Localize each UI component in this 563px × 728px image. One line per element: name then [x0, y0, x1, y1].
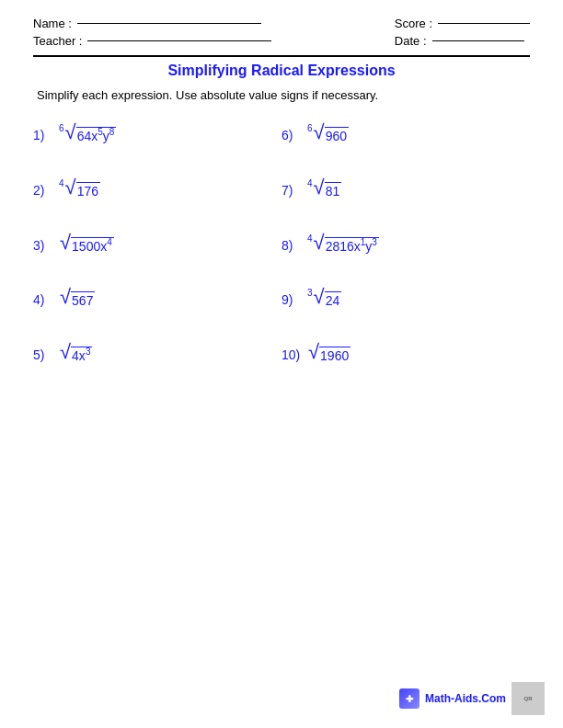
header-left: Name : Teacher : — [33, 17, 271, 48]
radical-5-sign: √ — [60, 344, 71, 361]
header-divider — [33, 55, 530, 57]
radical-6: 6 √ 960 — [307, 124, 349, 144]
logo-text: Math-Aids.Com — [425, 692, 506, 705]
problem-8-number: 8) — [282, 234, 307, 253]
problem-9: 9) 3 √ 24 — [282, 279, 530, 335]
radical-3: √ 1500x4 — [59, 234, 114, 255]
header-right: Score : Date : — [395, 17, 530, 48]
problem-4-number: 4) — [33, 289, 59, 307]
problem-7: 7) 4 √ 81 — [282, 170, 530, 225]
problem-7-number: 7) — [282, 179, 307, 198]
radical-10-content: 1960 — [319, 347, 350, 364]
name-field: Name : — [33, 17, 271, 30]
teacher-field: Teacher : — [33, 34, 271, 48]
problem-2-expression: 4 √ 176 — [59, 179, 100, 199]
teacher-label: Teacher : — [33, 34, 82, 48]
radical-10-sign: √ — [308, 344, 319, 361]
problem-3-number: 3) — [33, 234, 59, 253]
worksheet-title: Simplifying Radical Expressions — [33, 63, 530, 79]
radical-7-sign: √ — [314, 179, 325, 197]
radical-1-sign: √ — [65, 124, 76, 142]
problem-1-number: 1) — [33, 124, 59, 142]
radical-6-content: 960 — [325, 127, 349, 144]
radical-1-content: 64x5y8 — [76, 127, 117, 144]
radical-2-content: 176 — [76, 182, 100, 199]
radical-10: √ 1960 — [307, 344, 350, 364]
problem-1-expression: 6 √ 64x5y8 — [59, 124, 116, 144]
instructions: Simplify each expression. Use absolute v… — [37, 88, 530, 102]
problem-7-expression: 4 √ 81 — [307, 179, 341, 199]
problem-2: 2) 4 √ 176 — [33, 170, 282, 225]
date-field: Date : — [395, 34, 530, 48]
teacher-line[interactable] — [87, 40, 271, 41]
problem-1: 1) 6 √ 64x5y8 — [33, 115, 282, 170]
radical-9: 3 √ 24 — [307, 289, 341, 309]
problem-10: 10) √ 1960 — [282, 335, 530, 390]
logo-area: ✚ Math-Aids.Com QR — [399, 682, 545, 715]
name-label: Name : — [33, 17, 72, 30]
radical-1: 6 √ 64x5y8 — [59, 124, 116, 144]
problem-8: 8) 4 √ 2816x1y3 — [282, 225, 530, 280]
logo-icon: ✚ — [399, 688, 419, 709]
problem-5-expression: √ 4x3 — [59, 344, 92, 364]
radical-2-index: 4 — [59, 179, 64, 188]
problem-9-expression: 3 √ 24 — [307, 289, 341, 309]
worksheet-page: Name : Teacher : Score : Date : Simplify… — [0, 0, 563, 728]
radical-8-sign: √ — [314, 234, 325, 252]
radical-4: √ 567 — [59, 289, 95, 309]
radical-8-index: 4 — [307, 234, 313, 244]
radical-7: 4 √ 81 — [307, 179, 341, 199]
problem-6: 6) 6 √ 960 — [282, 115, 530, 170]
score-field: Score : — [395, 17, 530, 30]
problem-4: 4) √ 567 — [33, 279, 282, 335]
radical-3-sign: √ — [60, 234, 71, 252]
radical-7-content: 81 — [325, 182, 342, 199]
radical-6-index: 6 — [307, 124, 313, 133]
problem-8-expression: 4 √ 2816x1y3 — [307, 234, 379, 255]
radical-9-sign: √ — [314, 289, 325, 306]
problem-5-number: 5) — [33, 344, 59, 362]
radical-4-sign: √ — [60, 289, 71, 306]
date-label: Date : — [395, 34, 427, 48]
radical-7-index: 4 — [307, 179, 313, 188]
problem-10-expression: √ 1960 — [307, 344, 350, 364]
problems-grid: 1) 6 √ 64x5y8 6) 6 √ 960 2) — [33, 115, 530, 390]
problem-5: 5) √ 4x3 — [33, 335, 282, 390]
problem-6-expression: 6 √ 960 — [307, 124, 349, 144]
score-line[interactable] — [438, 23, 530, 24]
radical-3-content: 1500x4 — [71, 237, 114, 255]
header: Name : Teacher : Score : Date : — [33, 17, 530, 48]
radical-2-sign: √ — [65, 179, 76, 197]
radical-1-index: 6 — [59, 124, 64, 133]
qr-code: QR — [511, 682, 545, 715]
name-line[interactable] — [77, 23, 261, 24]
radical-5: √ 4x3 — [59, 344, 92, 364]
radical-4-content: 567 — [71, 291, 95, 309]
score-label: Score : — [395, 17, 432, 30]
problem-4-expression: √ 567 — [59, 289, 95, 309]
radical-5-content: 4x3 — [71, 347, 92, 364]
date-line[interactable] — [432, 40, 524, 41]
problem-9-number: 9) — [282, 289, 307, 307]
problem-6-number: 6) — [282, 124, 307, 142]
radical-6-sign: √ — [314, 124, 325, 142]
radical-2: 4 √ 176 — [59, 179, 100, 199]
problem-3-expression: √ 1500x4 — [59, 234, 114, 255]
radical-9-index: 3 — [307, 289, 313, 298]
radical-8: 4 √ 2816x1y3 — [307, 234, 379, 255]
problem-10-number: 10) — [282, 344, 307, 362]
radical-8-content: 2816x1y3 — [325, 237, 379, 255]
problem-3: 3) √ 1500x4 — [33, 225, 282, 280]
radical-9-content: 24 — [325, 291, 342, 309]
problem-2-number: 2) — [33, 179, 59, 198]
